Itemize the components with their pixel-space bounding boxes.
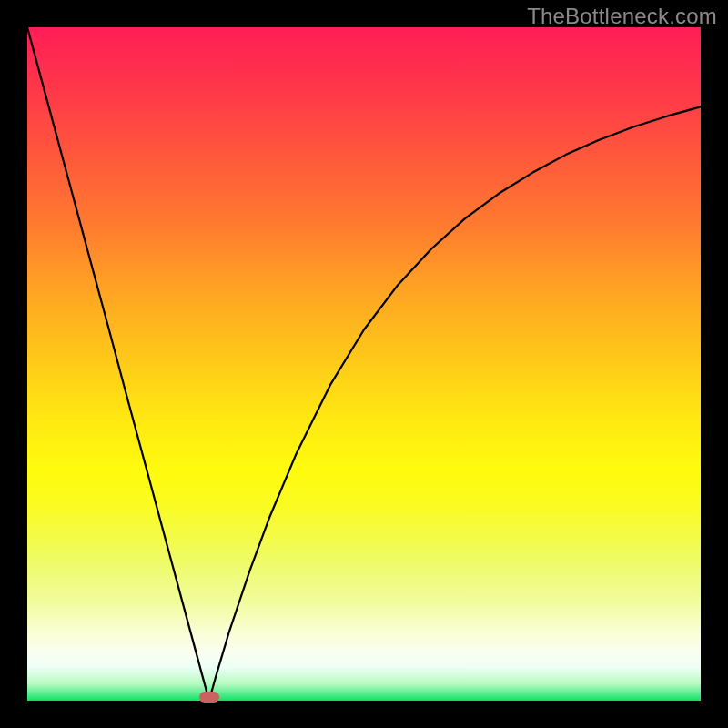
watermark-text: TheBottleneck.com [527, 4, 717, 29]
plot-area [27, 27, 701, 701]
chart-frame: TheBottleneck.com [0, 0, 728, 728]
curve-svg [27, 27, 701, 701]
optimum-marker [199, 692, 219, 703]
bottleneck-curve [27, 27, 701, 701]
